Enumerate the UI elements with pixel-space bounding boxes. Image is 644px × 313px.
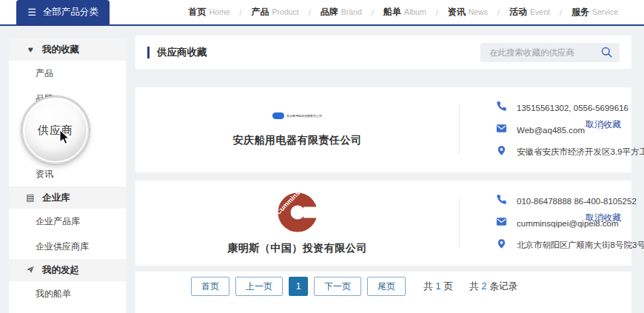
nav-separator: / xyxy=(309,8,311,17)
unfavorite-link[interactable]: 取消收藏 xyxy=(586,212,621,224)
supplier-contacts: 010-86478888 86-400-8105252 cumminsqipei… xyxy=(459,181,588,266)
email-row: Web@aq485.com xyxy=(459,123,588,137)
sidebar-section-label: 企业库 xyxy=(42,192,70,204)
sidebar: ♥ 我的收藏 产品 品牌 供应商 船单 资讯 ▤ 企业库 企业产品库 企业供应商… xyxy=(9,38,126,313)
total-pages-unit: 页 xyxy=(443,280,453,293)
main-nav: 首页 Home / 产品 Product / 品牌 Brand / 船单 Alb… xyxy=(188,0,618,24)
heart-icon: ♥ xyxy=(25,44,36,55)
supplier-logo-text: 安庆船用电器有限责任公司 xyxy=(286,114,322,118)
total-pages-label: 共 xyxy=(423,280,433,293)
supplier-logo-mark-icon xyxy=(272,112,284,119)
title-accent-bar xyxy=(147,47,150,58)
sidebar-item-products[interactable]: 产品 xyxy=(9,61,126,86)
phone-row: 13515561302, 0556-5699616 xyxy=(459,101,588,115)
total-pages-value: 1 xyxy=(436,281,441,292)
supplier-email: Web@aq485.com xyxy=(517,126,585,135)
sidebar-section-my-initiations[interactable]: 我的发起 xyxy=(9,259,126,281)
cummins-logo: Cummins xyxy=(277,192,318,236)
search-input[interactable] xyxy=(480,43,620,62)
page-title: 供应商收藏 xyxy=(157,46,207,59)
nav-item-news[interactable]: 资讯 News xyxy=(448,6,488,18)
nav-separator: / xyxy=(560,8,562,17)
pagination-summary: 共 1 页 共 2 条记录 xyxy=(423,280,517,293)
location-pin-icon xyxy=(496,145,507,159)
supplier-logo: 安庆船用电器有限责任公司 xyxy=(272,112,322,119)
supplier-card: Cummins 康明斯（中国）投资有限公司 010-86478888 86-40… xyxy=(135,181,631,266)
sidebar-section-my-favorites[interactable]: ♥ 我的收藏 xyxy=(9,38,126,61)
hamburger-menu-icon: ☰ xyxy=(27,7,36,17)
nav-item-brand[interactable]: 品牌 Brand xyxy=(321,6,362,18)
supplier-phone: 13515561302, 0556-5699616 xyxy=(517,104,628,112)
magnifier-lens-overlay: 供应商 xyxy=(21,96,90,164)
search-icon[interactable] xyxy=(601,47,613,61)
pagination: 首页 上一页 1 下一页 尾页 共 1 页 共 2 条记录 xyxy=(191,277,517,296)
current-page-button[interactable]: 1 xyxy=(289,277,308,296)
unfavorite-link[interactable]: 取消收藏 xyxy=(586,118,621,131)
supplier-name: 康明斯（中国）投资有限公司 xyxy=(227,242,367,255)
phone-icon xyxy=(496,101,507,115)
prev-page-button[interactable]: 上一页 xyxy=(235,277,283,296)
nav-item-home[interactable]: 首页 Home xyxy=(188,6,229,18)
sidebar-section-label: 我的发起 xyxy=(42,264,79,277)
nav-item-event[interactable]: 活动 Event xyxy=(509,6,550,18)
supplier-address: 北京市朝阳区广顺南大街8号院3号楼6层H01,7层G01、H01,8层G01、H… xyxy=(517,240,644,251)
phone-icon xyxy=(496,194,507,208)
nav-separator: / xyxy=(372,8,374,17)
main-content: 供应商收藏 安庆船用电器有限责任公司 安庆船用电器有限责任公司 13515561… xyxy=(135,36,631,313)
total-records-unit: 条记录 xyxy=(489,280,517,293)
supplier-card: 安庆船用电器有限责任公司 安庆船用电器有限责任公司 13515561302, 0… xyxy=(135,87,631,172)
sidebar-item-enterprise-products[interactable]: 企业产品库 xyxy=(9,209,126,234)
nav-separator: / xyxy=(240,8,242,17)
mouse-cursor-icon xyxy=(59,130,70,148)
sidebar-item-news[interactable]: 资讯 xyxy=(9,161,126,186)
email-icon xyxy=(496,123,507,137)
nav-separator: / xyxy=(436,8,438,17)
panel-header: 供应商收藏 xyxy=(135,36,631,69)
sidebar-item-my-albums[interactable]: 我的船单 xyxy=(9,281,126,306)
supplier-name: 安庆船用电器有限责任公司 xyxy=(233,134,362,147)
first-page-button[interactable]: 首页 xyxy=(191,277,229,296)
supplier-address: 安徽省安庆市经济开发区3.9平方工业园三城寺路 xyxy=(517,147,644,158)
nav-separator: / xyxy=(497,8,500,17)
total-records-label: 共 xyxy=(469,280,479,293)
sidebar-item-enterprise-suppliers[interactable]: 企业供应商库 xyxy=(9,234,126,259)
sidebar-section-enterprise-library[interactable]: ▤ 企业库 xyxy=(9,186,126,209)
phone-row: 010-86478888 86-400-8105252 xyxy=(459,194,588,208)
supplier-identity: 安庆船用电器有限责任公司 安庆船用电器有限责任公司 xyxy=(135,87,459,172)
address-row: 北京市朝阳区广顺南大街8号院3号楼6层H01,7层G01、H01,8层G01、H… xyxy=(459,238,588,252)
pagination-block: 首页 上一页 1 下一页 尾页 共 1 页 共 2 条记录 xyxy=(135,272,631,313)
library-icon: ▤ xyxy=(25,192,36,203)
nav-item-album[interactable]: 船单 Album xyxy=(383,6,426,18)
top-bar: ☰ 全部产品分类 首页 Home / 产品 Product / 品牌 Brand… xyxy=(0,0,644,26)
sidebar-section-label: 我的收藏 xyxy=(42,44,79,56)
address-row: 安徽省安庆市经济开发区3.9平方工业园三城寺路 xyxy=(459,145,588,159)
supplier-identity: Cummins 康明斯（中国）投资有限公司 xyxy=(135,181,459,266)
nav-item-product[interactable]: 产品 Product xyxy=(252,6,299,18)
supplier-contacts: 13515561302, 0556-5699616 Web@aq485.com … xyxy=(459,87,588,172)
nav-item-service[interactable]: 服务 Service xyxy=(571,6,618,18)
supplier-phone: 010-86478888 86-400-8105252 xyxy=(517,197,637,206)
email-row: cumminsqipei@qipei8.com xyxy=(459,216,588,230)
total-records-value: 2 xyxy=(481,281,486,292)
paper-plane-icon xyxy=(25,265,36,276)
supplier-search xyxy=(480,43,620,62)
last-page-button[interactable]: 尾页 xyxy=(367,277,406,296)
email-icon xyxy=(496,216,507,230)
next-page-button[interactable]: 下一页 xyxy=(314,277,361,296)
all-products-category-button[interactable]: ☰ 全部产品分类 xyxy=(16,0,110,24)
catalog-button-label: 全部产品分类 xyxy=(43,6,98,18)
location-pin-icon xyxy=(496,238,507,252)
